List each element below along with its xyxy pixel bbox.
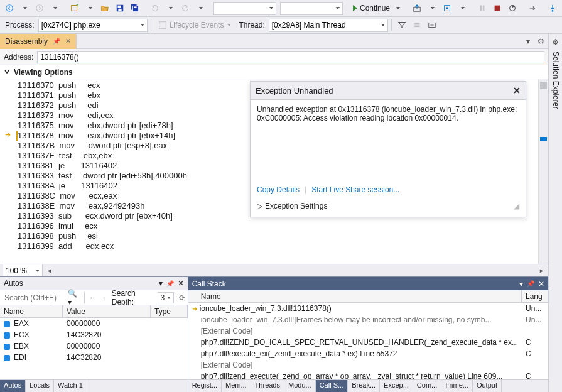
solution-platform-combo[interactable] xyxy=(280,2,343,15)
solution-config-input[interactable] xyxy=(217,4,268,13)
col-name[interactable]: Name xyxy=(0,305,63,317)
callstack-tab[interactable]: Mem... xyxy=(222,380,251,392)
open-button[interactable] xyxy=(98,1,112,15)
col-name[interactable]: Name xyxy=(188,290,522,302)
filter-icon[interactable] xyxy=(395,18,409,32)
autos-header[interactable]: Autos ▾📌✕ xyxy=(0,277,188,290)
new-project-button[interactable] xyxy=(68,1,82,15)
undo-dropdown[interactable] xyxy=(163,1,177,15)
vertical-scrollbar[interactable] xyxy=(538,79,548,264)
hotreload-dropdown[interactable] xyxy=(455,1,469,15)
autos-tab[interactable]: Autos xyxy=(0,380,26,392)
new-project-dropdown[interactable] xyxy=(83,1,97,15)
solution-explorer-tab[interactable]: Solution Explorer xyxy=(551,52,560,109)
nav-back-icon[interactable]: ← xyxy=(89,293,97,302)
callstack-header[interactable]: Call Stack ▾📌✕ xyxy=(188,277,548,290)
gear-icon[interactable]: ⚙ xyxy=(534,37,548,46)
autos-row[interactable]: EBX00000000 xyxy=(0,340,188,352)
pin-icon[interactable]: 📌 xyxy=(166,280,174,287)
search-input[interactable] xyxy=(3,292,65,303)
autos-row[interactable]: EDI14C32820 xyxy=(0,352,188,363)
refresh-icon[interactable]: ⟳ xyxy=(179,293,185,302)
search-depth-combo[interactable]: 3 xyxy=(158,292,174,303)
callstack-row[interactable]: php7.dll!ZEND_DO_ICALL_SPEC_RETVAL_UNUSE… xyxy=(188,337,548,348)
nav-forward-button[interactable] xyxy=(33,1,46,15)
callstack-tab[interactable]: Output xyxy=(473,380,502,392)
undo-button[interactable] xyxy=(148,1,162,15)
show-next-button[interactable] xyxy=(526,1,539,15)
viewing-options-header[interactable]: Viewing Options xyxy=(0,65,548,79)
callstack-row[interactable]: php7.dll!execute_ex(_zend_execute_data *… xyxy=(188,348,548,359)
autos-title: Autos xyxy=(4,279,23,288)
col-value[interactable]: Value xyxy=(63,305,151,317)
gear-icon[interactable]: ⚙ xyxy=(552,38,559,46)
callstack-row[interactable]: [External Code] xyxy=(188,359,548,371)
nav-forward-icon[interactable]: → xyxy=(99,293,107,302)
callstack-tab[interactable]: Com... xyxy=(413,380,441,392)
pause-button[interactable] xyxy=(475,1,489,15)
process-input[interactable] xyxy=(41,21,139,30)
thread-combo[interactable] xyxy=(269,19,388,32)
redo-dropdown[interactable] xyxy=(193,1,207,15)
deploy-button[interactable] xyxy=(410,1,424,15)
autos-row[interactable]: ECX14C32820 xyxy=(0,329,188,340)
col-type[interactable]: Type xyxy=(151,305,188,317)
process-combo[interactable] xyxy=(38,19,148,32)
disasm-line[interactable]: 13116399 add edx,ecx xyxy=(18,241,548,251)
redo-button[interactable] xyxy=(178,1,192,15)
disasm-line[interactable]: 13116396 imul ecx xyxy=(18,221,548,231)
autos-row[interactable]: EAX00000000 xyxy=(0,318,188,329)
save-button[interactable] xyxy=(113,1,127,15)
callstack-tab[interactable]: Break... xyxy=(348,380,380,392)
stop-button[interactable] xyxy=(490,1,504,15)
solution-platform-input[interactable] xyxy=(283,4,335,13)
horizontal-scrollbar[interactable]: ◄► xyxy=(45,266,546,276)
callstack-row[interactable]: ➜ioncube_loader_win_7.3.dll!13116378()Un… xyxy=(188,303,548,314)
close-icon[interactable]: ✕ xyxy=(513,85,521,95)
tab-disassembly[interactable]: Disassembly 📌 ✕ xyxy=(0,34,77,49)
callstack-tab[interactable]: Threads xyxy=(251,380,284,392)
continue-button[interactable]: Continue xyxy=(349,1,404,15)
pin-icon[interactable]: 📌 xyxy=(527,280,534,287)
save-all-button[interactable] xyxy=(128,1,142,15)
callstack-tab[interactable]: Regist... xyxy=(188,380,222,392)
close-icon[interactable]: ✕ xyxy=(65,37,71,45)
callstack-row[interactable]: php7.dll!zend_execute(_zend_op_array * o… xyxy=(188,371,548,379)
nav-back-dropdown[interactable] xyxy=(18,1,31,15)
hotreload-button[interactable] xyxy=(440,1,454,15)
nav-back-button[interactable] xyxy=(3,1,16,15)
callstack-row[interactable]: ioncube_loader_win_7.3.dll![Frames below… xyxy=(188,314,548,325)
autos-toggle-icon[interactable] xyxy=(425,18,439,32)
address-input[interactable] xyxy=(37,51,544,63)
resize-grip-icon[interactable]: ◢ xyxy=(514,202,519,210)
start-liveshare-link[interactable]: Start Live Share session... xyxy=(311,185,399,194)
callstack-tab[interactable]: Excep... xyxy=(380,380,413,392)
callstack-tab[interactable]: Modu... xyxy=(284,380,316,392)
disasm-line[interactable]: 13116398 push esi xyxy=(18,231,548,241)
pin-icon[interactable]: 📌 xyxy=(53,38,60,45)
window-dropdown-icon[interactable]: ▾ xyxy=(159,279,163,288)
close-icon[interactable]: ✕ xyxy=(178,279,184,288)
restart-button[interactable] xyxy=(505,1,519,15)
tab-list-dropdown[interactable]: ▾ xyxy=(522,37,534,46)
step-into-button[interactable] xyxy=(546,1,559,15)
lifecycle-button[interactable]: Lifecycle Events xyxy=(154,18,235,32)
search-icon[interactable]: 🔍▾ xyxy=(68,289,80,307)
solution-config-combo[interactable] xyxy=(213,2,276,15)
autos-tab[interactable]: Locals xyxy=(26,380,54,392)
callstack-tab[interactable]: Imme... xyxy=(441,380,473,392)
deploy-dropdown[interactable] xyxy=(425,1,439,15)
nav-forward-dropdown[interactable] xyxy=(48,1,62,15)
copy-details-link[interactable]: Copy Details xyxy=(257,185,300,194)
close-icon[interactable]: ✕ xyxy=(538,280,544,288)
callstack-row[interactable]: [External Code] xyxy=(188,325,548,337)
autos-tab[interactable]: Watch 1 xyxy=(54,380,87,392)
zoom-input[interactable] xyxy=(6,266,35,275)
window-dropdown-icon[interactable]: ▾ xyxy=(519,280,523,288)
thread-input[interactable] xyxy=(272,21,380,30)
exception-settings-toggle[interactable]: ▷ Exception Settings ◢ xyxy=(251,198,526,217)
callstack-tab[interactable]: Call S... xyxy=(316,380,349,392)
zoom-combo[interactable] xyxy=(3,264,43,277)
col-lang[interactable]: Lang xyxy=(522,290,548,302)
stack-frame-button[interactable] xyxy=(410,18,424,32)
